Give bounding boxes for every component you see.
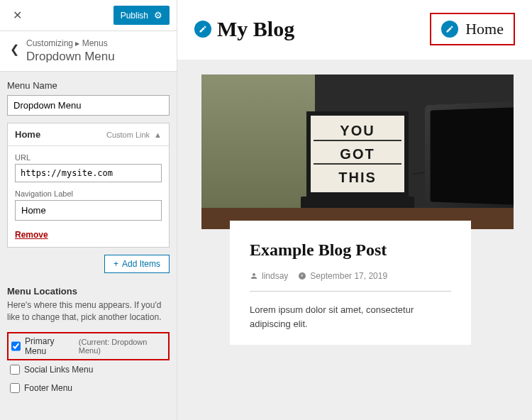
menu-name-input[interactable] <box>7 95 170 116</box>
breadcrumb: Customizing ▸ Menus <box>26 38 115 48</box>
location-checkbox[interactable] <box>10 365 20 375</box>
publish-label: Publish <box>121 11 148 21</box>
add-items-label: Add Items <box>122 259 160 269</box>
pencil-icon <box>199 25 207 33</box>
menu-item-name: Home <box>15 129 40 140</box>
lightbox-line-3: THIS <box>314 168 401 187</box>
url-input[interactable] <box>15 164 162 182</box>
post-title: Example Blog Post <box>250 241 451 260</box>
remove-link[interactable]: Remove <box>15 230 48 240</box>
sidebar-topbar: ✕ Publish ⚙ <box>0 0 177 31</box>
menu-locations-heading: Menu Locations <box>7 286 170 297</box>
post-author: lindsay <box>262 271 288 281</box>
person-icon <box>250 272 258 280</box>
preview-header: My Blog Home <box>177 0 532 60</box>
chevron-up-icon: ▲ <box>154 131 162 139</box>
post-excerpt: Lorem ipsum dolor sit amet, consectetur … <box>250 303 451 331</box>
location-primary[interactable]: Primary Menu (Current: Dropdown Menu) <box>7 332 170 360</box>
post-card: Example Blog Post lindsay September 17, … <box>230 221 471 345</box>
menu-name-label: Menu Name <box>7 80 170 91</box>
url-label: URL <box>15 153 162 162</box>
publish-button[interactable]: Publish ⚙ <box>113 6 170 25</box>
nav-label-label: Navigation Label <box>15 189 162 198</box>
preview-body: YOU GOT THIS Example Blog Post lindsay <box>177 60 532 420</box>
page-title: Dropdown Menu <box>26 50 115 64</box>
add-items-button[interactable]: + Add Items <box>104 255 170 273</box>
menu-item-body: URL Navigation Label Remove <box>8 146 169 247</box>
edit-title-button[interactable] <box>194 21 211 38</box>
lightbox-line-1: YOU <box>314 121 401 141</box>
location-current: (Current: Dropdown Menu) <box>79 338 165 355</box>
menu-item-type: Custom Link ▲ <box>106 131 162 139</box>
post-divider <box>250 291 451 292</box>
menu-locations-desc: Here's where this menu appears. If you'd… <box>7 299 170 324</box>
customizer-sidebar: ✕ Publish ⚙ ❮ Customizing ▸ Menus Dropdo… <box>0 0 177 420</box>
pencil-icon <box>445 25 454 33</box>
location-social[interactable]: Social Links Menu <box>7 360 170 379</box>
plus-icon: + <box>113 259 118 269</box>
nav-label-input[interactable] <box>15 200 162 221</box>
post-meta: lindsay September 17, 2019 <box>250 271 451 281</box>
menu-item-header[interactable]: Home Custom Link ▲ <box>8 123 169 146</box>
site-preview: My Blog Home YOU GOT THIS <box>177 0 532 420</box>
location-label: Primary Menu <box>25 336 74 356</box>
back-icon[interactable]: ❮ <box>10 38 19 56</box>
location-label: Footer Menu <box>24 383 72 393</box>
location-checkbox[interactable] <box>11 341 21 351</box>
gear-icon: ⚙ <box>154 10 162 21</box>
location-label: Social Links Menu <box>24 365 93 375</box>
sidebar-body: Menu Name Home Custom Link ▲ URL Navigat… <box>0 72 177 420</box>
lightbox-line-2: GOT <box>314 145 401 165</box>
nav-link-home[interactable]: Home <box>465 20 504 38</box>
post-date: September 17, 2019 <box>310 271 387 281</box>
site-title: My Blog <box>217 17 294 41</box>
nav-highlight: Home <box>430 13 515 45</box>
hero-image: YOU GOT THIS <box>201 74 514 229</box>
clock-icon <box>298 272 306 280</box>
location-checkbox[interactable] <box>10 383 20 393</box>
location-footer[interactable]: Footer Menu <box>7 379 170 397</box>
edit-nav-button[interactable] <box>441 21 458 38</box>
menu-item-card: Home Custom Link ▲ URL Navigation Label … <box>7 123 170 248</box>
close-icon[interactable]: ✕ <box>7 6 28 25</box>
sidebar-header: ❮ Customizing ▸ Menus Dropdown Menu <box>0 31 177 72</box>
